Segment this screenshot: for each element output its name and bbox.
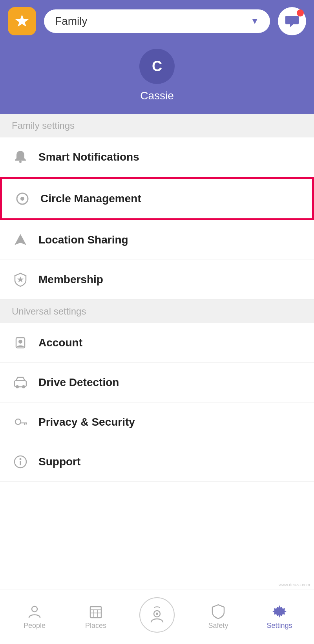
places-nav-label: Places	[85, 622, 106, 630]
people-nav-icon	[27, 604, 42, 619]
bottom-nav: People Places Safety	[0, 589, 314, 644]
logo-button[interactable]	[8, 7, 36, 35]
settings-nav-icon	[272, 604, 287, 619]
nav-item-safety[interactable]: Safety	[188, 604, 249, 630]
map-center-button[interactable]	[139, 597, 175, 633]
svg-point-25	[156, 613, 158, 615]
menu-item-drive-detection[interactable]: Drive Detection	[0, 363, 314, 402]
avatar-name: Cassie	[140, 90, 174, 102]
svg-point-1	[19, 161, 22, 163]
privacy-security-label: Privacy & Security	[38, 416, 135, 428]
svg-marker-0	[15, 15, 29, 27]
circle-icon	[14, 190, 31, 207]
menu-item-support[interactable]: Support	[0, 442, 314, 482]
svg-marker-4	[15, 234, 26, 245]
svg-point-18	[32, 606, 37, 612]
watermark: www.deuza.com	[279, 582, 310, 587]
places-nav-icon	[88, 604, 104, 619]
info-icon	[12, 453, 29, 470]
map-nav-icon	[147, 605, 167, 625]
account-label: Account	[38, 337, 82, 349]
safety-nav-label: Safety	[208, 622, 228, 630]
safety-nav-icon	[210, 604, 226, 619]
menu-item-account[interactable]: Account	[0, 323, 314, 363]
chat-icon	[285, 14, 299, 29]
settings-nav-label: Settings	[267, 622, 292, 630]
key-icon	[12, 413, 29, 431]
svg-point-10	[22, 385, 25, 388]
menu-item-location-sharing[interactable]: Location Sharing	[0, 220, 314, 260]
nav-item-people[interactable]: People	[4, 604, 65, 630]
family-selector-label: Family	[55, 15, 87, 27]
menu-item-circle-management[interactable]: Circle Management	[0, 177, 314, 220]
people-nav-label: People	[24, 622, 46, 630]
location-icon	[12, 231, 29, 249]
notification-badge	[297, 9, 304, 16]
nav-item-settings[interactable]: Settings	[249, 604, 310, 630]
menu-item-privacy-security[interactable]: Privacy & Security	[0, 402, 314, 442]
bell-icon	[12, 148, 29, 166]
circle-management-label: Circle Management	[40, 192, 141, 205]
header-top: Family ▼	[8, 7, 306, 35]
smart-notifications-label: Smart Notifications	[38, 151, 139, 163]
header: Family ▼ C Cassie	[0, 0, 314, 114]
family-selector[interactable]: Family ▼	[44, 9, 270, 33]
support-label: Support	[38, 456, 80, 468]
chevron-down-icon: ▼	[250, 16, 259, 26]
svg-rect-19	[90, 607, 101, 618]
avatar: C	[139, 49, 175, 84]
svg-point-9	[16, 385, 19, 388]
drive-detection-label: Drive Detection	[38, 376, 119, 389]
star-shield-icon	[12, 271, 29, 288]
svg-point-17	[20, 458, 22, 460]
nav-item-map[interactable]	[126, 597, 188, 637]
person-icon	[12, 334, 29, 351]
svg-point-7	[18, 340, 22, 344]
menu-item-membership[interactable]: Membership	[0, 260, 314, 300]
family-settings-header: Family settings	[0, 114, 314, 137]
logo-star-icon	[15, 14, 29, 29]
universal-settings-header: Universal settings	[0, 300, 314, 323]
chat-button[interactable]	[278, 7, 306, 35]
membership-label: Membership	[38, 273, 103, 286]
car-icon	[12, 374, 29, 391]
svg-point-11	[15, 419, 21, 424]
avatar-section: C Cassie	[139, 49, 175, 102]
svg-point-3	[20, 197, 24, 201]
location-sharing-label: Location Sharing	[38, 234, 128, 246]
menu-item-smart-notifications[interactable]: Smart Notifications	[0, 137, 314, 177]
nav-item-places[interactable]: Places	[65, 604, 126, 630]
svg-marker-5	[17, 276, 24, 282]
